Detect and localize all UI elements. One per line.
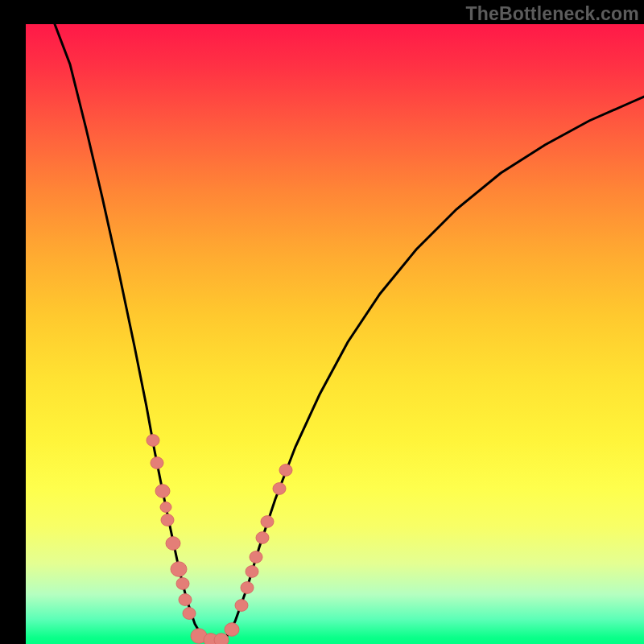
curve-marker	[273, 483, 286, 495]
chart-frame: TheBottleneck.com	[0, 0, 644, 644]
curve-marker	[176, 578, 189, 590]
curve-marker	[183, 608, 196, 620]
curve-marker	[246, 566, 258, 578]
curve-marker	[261, 516, 274, 528]
watermark-text: TheBottleneck.com	[465, 3, 639, 25]
plot-area	[26, 24, 644, 644]
curve-marker	[214, 634, 229, 644]
curve-marker	[279, 464, 292, 477]
curve-marker	[250, 551, 262, 564]
curve-marker	[235, 600, 248, 612]
curve-marker	[256, 532, 269, 544]
curve-marker	[166, 537, 180, 551]
curve-marker	[155, 485, 170, 498]
curve-marker	[147, 435, 159, 447]
curve-marker	[179, 594, 192, 606]
curve-marker	[241, 582, 254, 594]
curve-marker	[225, 623, 239, 637]
curve-marker	[151, 457, 163, 469]
curve-marker	[171, 562, 187, 576]
curve-svg	[26, 24, 644, 644]
curve-marker	[160, 502, 171, 513]
curve-markers	[147, 435, 292, 644]
bottleneck-curve	[55, 24, 644, 642]
curve-marker	[161, 514, 174, 526]
